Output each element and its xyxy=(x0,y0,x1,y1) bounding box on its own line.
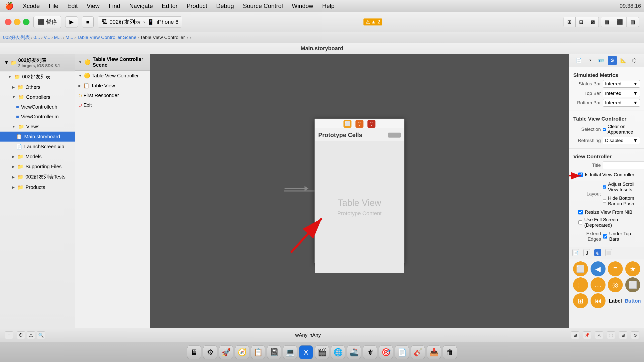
sidebar-item-products[interactable]: ▶ 📁 Products xyxy=(0,182,75,192)
attributes-sub-icon[interactable]: 📄 xyxy=(572,249,579,256)
bottom-panel-btn[interactable]: ⬛ xyxy=(613,17,627,27)
quick-help-tab[interactable]: ? xyxy=(586,56,594,65)
breadcrumb-m2[interactable]: M... xyxy=(66,35,74,40)
scene-table-vc[interactable]: ▼ 🟡 Table View Controller xyxy=(75,71,150,81)
grid-toggle-btn[interactable]: ⊞ xyxy=(619,331,627,339)
dock-network[interactable]: 🌐 xyxy=(331,345,345,359)
scene-exit[interactable]: ⬡ Exit xyxy=(75,100,150,110)
breadcrumb-m1[interactable]: M... xyxy=(54,35,62,40)
sidebar-item-others[interactable]: ▶ 📁 Others xyxy=(0,82,75,92)
close-button[interactable] xyxy=(5,19,12,25)
add-constraint-btn[interactable]: + xyxy=(5,331,13,339)
standard-editor-btn[interactable]: ⊞ xyxy=(564,17,575,27)
scene-table-view[interactable]: ▶ 📋 Table View xyxy=(75,81,150,91)
obj-dots[interactable]: … xyxy=(590,277,606,292)
connections-inspector-tab[interactable]: ⬡ xyxy=(630,56,639,65)
bottom-bar-dropdown[interactable]: Inferred ▼ xyxy=(603,99,640,107)
identity-inspector-tab[interactable]: 🪪 xyxy=(596,56,606,65)
sidebar-item-controllers[interactable]: ▼ 📁 Controllers xyxy=(0,92,75,102)
sidebar-item-views[interactable]: ▼ 📁 Views xyxy=(0,122,75,132)
menu-view[interactable]: View xyxy=(85,1,102,10)
obj-back-button[interactable]: ◀ xyxy=(590,261,606,276)
dock-xcode[interactable]: X xyxy=(299,345,313,359)
canvas-editor[interactable]: ⬜ ⬡ ⬡ Prototype Cells Table View xyxy=(150,54,569,328)
obj-grid[interactable]: ⊞ xyxy=(572,293,589,308)
minimize-button[interactable] xyxy=(14,19,20,25)
sidebar-item-project-root[interactable]: ▼ 📁 002好友列表 xyxy=(0,71,75,82)
resolve-btn[interactable]: △ xyxy=(595,331,603,339)
dock-filezilla[interactable]: 🚢 xyxy=(347,345,361,359)
dock-git[interactable]: 🗡 xyxy=(363,345,377,359)
selection-checkbox[interactable] xyxy=(603,128,606,131)
menu-find[interactable]: Find xyxy=(107,1,122,10)
obj-star[interactable]: ★ xyxy=(624,261,641,276)
build-stop-button[interactable]: ■ xyxy=(82,16,94,27)
right-panel-btn[interactable]: ▨ xyxy=(627,17,639,27)
use-full-screen-checkbox[interactable] xyxy=(578,220,582,225)
dock-quicktime[interactable]: 🎬 xyxy=(315,345,329,359)
top-bar-dropdown[interactable]: Inferred ▼ xyxy=(603,90,640,97)
hide-bottom-bar-checkbox[interactable] xyxy=(603,199,606,203)
breadcrumb-0[interactable]: 0... xyxy=(34,35,40,40)
under-top-bars-checkbox[interactable] xyxy=(603,234,607,239)
sidebar-item-models[interactable]: ▶ 📁 Models xyxy=(0,152,75,162)
dock-instruments[interactable]: 🎯 xyxy=(379,345,393,359)
obj-container[interactable]: ⬚ xyxy=(572,277,589,292)
warning-badge[interactable]: ⚠ ▲ 2 xyxy=(364,18,382,25)
zoom-btn[interactable]: ⊙ xyxy=(631,331,639,339)
menu-navigate[interactable]: Navigate xyxy=(127,1,155,10)
menu-product[interactable]: Product xyxy=(184,1,209,10)
dock-launchpad[interactable]: 🚀 xyxy=(219,345,233,359)
menu-edit[interactable]: Edit xyxy=(66,1,80,10)
dock-trash[interactable]: 🗑 xyxy=(443,345,457,359)
dock-terminal[interactable]: 💻 xyxy=(283,345,297,359)
bindings-sub-icon[interactable]: ⬜ xyxy=(605,249,612,256)
project-header[interactable]: ▼ 📁 002好友列表 2 targets, iOS SDK 8.1 xyxy=(0,54,75,71)
breadcrumb-v[interactable]: V... xyxy=(44,35,50,40)
history-btn[interactable]: ⏱ xyxy=(17,331,25,339)
status-bar-dropdown[interactable]: Inferred ▼ xyxy=(603,80,640,88)
scene-first-responder[interactable]: ⬡ First Responder xyxy=(75,91,150,100)
assistant-editor-btn[interactable]: ⊟ xyxy=(575,17,587,27)
menu-debug[interactable]: Debug xyxy=(214,1,236,10)
sidebar-item-viewcontroller-h[interactable]: ■ ViewController.h xyxy=(0,102,75,112)
obj-label[interactable]: Label xyxy=(607,293,624,308)
pin-btn[interactable]: 📌 xyxy=(583,331,591,339)
file-inspector-tab[interactable]: 📄 xyxy=(574,56,583,65)
embed-btn[interactable]: ⬚ xyxy=(607,331,615,339)
title-input[interactable] xyxy=(603,162,644,169)
size-sub-icon[interactable]: {} xyxy=(583,249,590,256)
obj-table[interactable]: ≡ xyxy=(607,261,624,276)
obj-button[interactable]: Button xyxy=(624,293,641,308)
breadcrumb-project[interactable]: 002好友列表 xyxy=(3,34,30,41)
dock-notes[interactable]: 📋 xyxy=(251,345,265,359)
issues-btn[interactable]: ⚠ xyxy=(27,331,35,339)
sidebar-item-supporting-files[interactable]: ▶ 📁 Supporting Files xyxy=(0,162,75,172)
sidebar-item-tests[interactable]: ▶ 📁 002好友列表Tests xyxy=(0,172,75,182)
menu-help[interactable]: Help xyxy=(320,1,336,10)
breadcrumb-scene[interactable]: Table View Controller Scene xyxy=(77,35,136,40)
obj-box[interactable]: ⬜ xyxy=(624,277,641,292)
stop-button[interactable]: ⬛ 暂停 xyxy=(34,16,61,28)
menu-source-control[interactable]: Source Control xyxy=(241,1,285,10)
sidebar-item-main-storyboard[interactable]: 📋 Main.storyboard xyxy=(0,132,75,142)
menu-editor[interactable]: Editor xyxy=(160,1,180,10)
obj-media[interactable]: ⏮ xyxy=(590,293,606,308)
dock-app-store[interactable]: 📥 xyxy=(427,345,441,359)
apple-menu[interactable]: 🍎 xyxy=(3,1,16,11)
refreshing-dropdown[interactable]: Disabled ▼ xyxy=(603,137,640,144)
resize-nib-checkbox[interactable] xyxy=(578,210,583,214)
adjust-scroll-checkbox[interactable] xyxy=(603,185,606,189)
maximize-button[interactable] xyxy=(23,19,30,25)
version-editor-btn[interactable]: ⊠ xyxy=(587,17,599,27)
size-inspector-tab[interactable]: 📐 xyxy=(619,56,628,65)
dock-finder[interactable]: 🖥 xyxy=(187,345,201,359)
dock-safari[interactable]: 🧭 xyxy=(235,345,249,359)
align-btn[interactable]: ⊞ xyxy=(571,331,579,339)
sidebar-item-viewcontroller-m[interactable]: ■ ViewController.m xyxy=(0,112,75,122)
scheme-selector[interactable]: 🏗 002好友列表 › 📱 iPhone 6 xyxy=(98,16,182,27)
dock-preferences[interactable]: ⚙ xyxy=(203,345,217,359)
dock-onenote[interactable]: 📓 xyxy=(267,345,281,359)
obj-view[interactable]: ⬜ xyxy=(572,261,589,276)
menu-file[interactable]: File xyxy=(47,1,60,10)
